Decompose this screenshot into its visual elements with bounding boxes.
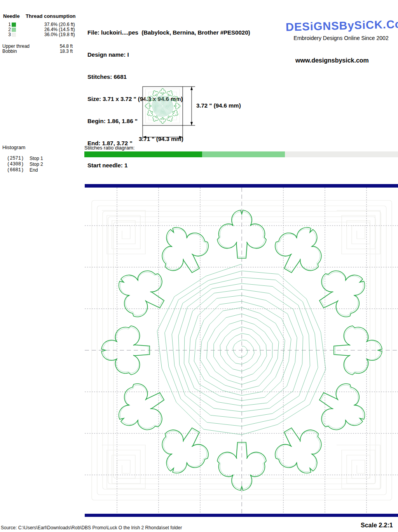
design-canvas: [85, 188, 398, 514]
thread-consumption-value: 36.0% (19.8 ft): [44, 32, 75, 37]
bobbin-label: Bobbin: [2, 49, 17, 54]
stop-label: Stop 1: [30, 156, 43, 162]
stitch-count: (4308): [7, 162, 24, 167]
canvas-bottom-border: [85, 514, 398, 517]
thread-color-swatch: [12, 28, 16, 32]
stitches-ratio-bar: [84, 151, 398, 157]
dimension-arrowhead: [190, 122, 193, 125]
stop-label: Stop 2: [30, 162, 43, 167]
needle-row: 3 36.0% (19.8 ft): [0, 32, 101, 37]
start-needle-line: Start needle: 1: [87, 162, 250, 169]
shamrock-outline: [151, 115, 159, 123]
shamrock-outline: [166, 89, 174, 97]
shamrock-outline: [171, 95, 179, 103]
end-label: End: [30, 167, 38, 173]
preview-maze-ring: [146, 89, 180, 123]
brand-website-link[interactable]: www.designsbysick.com: [295, 57, 369, 64]
stitch-count: (2571): [7, 156, 24, 162]
histogram-title: Histogram: [2, 144, 25, 150]
shamrock-underlay-outline: [269, 420, 331, 482]
spiral-stitch-path: [157, 264, 326, 435]
spiral-stitch-path: [152, 95, 173, 116]
brand-tagline: Embroidery Designs Online Since 2002: [286, 35, 396, 41]
background-maze-spiral: [337, 210, 380, 254]
width-dimension-label: 3.71 " (94.3 mm): [139, 136, 183, 142]
file-name-line: File: luckoiri....pes (Babylock, Bernina…: [87, 29, 250, 36]
shamrock-underlay-outline: [110, 261, 172, 323]
ratio-segment: [84, 151, 202, 157]
bobbin-value: 18.3 ft: [47, 49, 73, 54]
thread-consumption-column-header: Thread consumption: [26, 13, 76, 19]
shamrock-outline: [151, 89, 159, 97]
thread-color-swatch: [12, 23, 16, 27]
shamrock-outline: [150, 418, 217, 484]
shamrock-outline: [267, 418, 333, 484]
shamrock-outline: [160, 89, 166, 95]
shamrock-underlay-outline: [152, 420, 215, 482]
stitch-count: (6681): [7, 167, 24, 173]
shamrock-underlay-outline: [311, 261, 374, 323]
ratio-segment: [202, 151, 285, 157]
shamrock-outline: [146, 109, 154, 117]
shamrock-outline: [108, 375, 174, 442]
design-name-line: Design name: I: [87, 51, 250, 58]
shamrock-underlay-outline: [311, 377, 374, 440]
scale-indicator: Scale 2.2:1: [361, 522, 393, 529]
stitches-line: Stitches: 6681: [87, 73, 250, 80]
shamrock-outline: [309, 259, 375, 325]
needle-number: 3: [0, 32, 11, 37]
shamrock-outline: [160, 118, 166, 124]
needle-column-header: Needle: [3, 13, 20, 19]
shamrock-outline: [145, 103, 151, 109]
source-path: Source: C:\Users\Earl\Downloads\Rob\DBS …: [1, 525, 182, 530]
stitches-ratio-label: Stitches ratio diagram:: [84, 145, 134, 151]
shamrock-outline: [108, 259, 174, 325]
shamrock-outline: [309, 375, 375, 442]
shamrock-outline: [166, 115, 174, 123]
preview-maze-ring: [149, 92, 177, 120]
brand-logo: DESiGNSBySiCK.CoM: [286, 18, 397, 33]
shamrock-underlay-outline: [152, 219, 215, 281]
dimension-arrowhead: [190, 87, 193, 90]
background-maze-spiral: [102, 445, 145, 489]
canvas-top-border: [85, 184, 398, 188]
background-maze-spiral: [102, 210, 145, 254]
height-dimension-label: 3.72 " (94.6 mm): [196, 102, 241, 109]
shamrock-underlay-outline: [110, 377, 172, 440]
shamrock-outline: [174, 103, 180, 109]
shamrock-outline: [150, 217, 217, 283]
background-maze-spiral: [337, 445, 380, 489]
shamrock-underlay-outline: [269, 219, 331, 281]
ratio-segment: [285, 151, 398, 157]
thread-color-swatch: [12, 33, 16, 37]
shamrock-outline: [267, 217, 333, 283]
